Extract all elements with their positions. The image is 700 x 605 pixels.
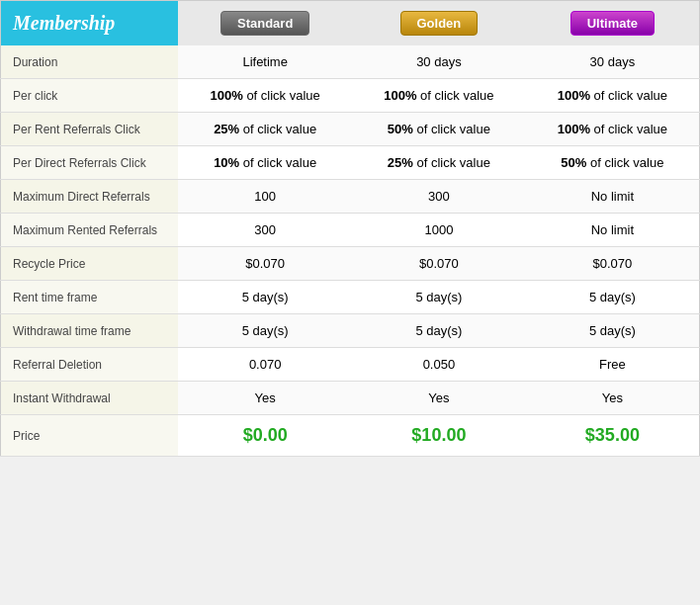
table-row: Per Direct Referrals Click10% of click v…: [1, 146, 700, 180]
golden-value: 0.050: [352, 348, 526, 382]
ultimate-header: Ultimate: [526, 1, 700, 46]
row-label: Maximum Direct Referrals: [1, 180, 179, 214]
table-row: Referral Deletion0.0700.050Free: [1, 348, 700, 382]
standard-value: 25% of click value: [178, 113, 352, 146]
standard-value: 5 day(s): [178, 281, 352, 314]
standard-value: 5 day(s): [178, 314, 352, 348]
row-label: Per Rent Referrals Click: [1, 113, 179, 146]
row-label: Recycle Price: [1, 247, 179, 281]
table-row: Per click100% of click value100% of clic…: [1, 79, 700, 113]
ultimate-value: No limit: [526, 180, 700, 214]
table-row: DurationLifetime30 days30 days: [1, 45, 700, 79]
table-row: Withdrawal time frame5 day(s)5 day(s)5 d…: [1, 314, 700, 348]
ultimate-value: 100% of click value: [526, 79, 700, 113]
table-row: Maximum Direct Referrals100300No limit: [1, 180, 700, 214]
golden-header: Golden: [352, 1, 526, 46]
row-label: Referral Deletion: [1, 348, 179, 382]
ultimate-value: No limit: [526, 214, 700, 247]
golden-value: 25% of click value: [352, 146, 526, 180]
table-row: Maximum Rented Referrals3001000No limit: [1, 214, 700, 247]
row-label: Rent time frame: [1, 281, 179, 314]
golden-badge: Golden: [400, 11, 479, 36]
golden-value: 50% of click value: [352, 113, 526, 146]
row-label: Maximum Rented Referrals: [1, 214, 179, 247]
ultimate-value: $0.070: [526, 247, 700, 281]
table-row: Per Rent Referrals Click25% of click val…: [1, 113, 700, 146]
golden-value: 5 day(s): [352, 281, 526, 314]
ultimate-value: 30 days: [526, 45, 700, 79]
ultimate-value: 50% of click value: [526, 146, 700, 180]
ultimate-price: $35.00: [526, 415, 700, 457]
golden-value: 5 day(s): [352, 314, 526, 348]
title-cell: Membership: [1, 1, 179, 46]
standard-header: Standard: [178, 1, 352, 46]
golden-price: $10.00: [352, 415, 526, 457]
page-title: Membership: [13, 12, 115, 34]
ultimate-value: 5 day(s): [526, 281, 700, 314]
ultimate-value: Free: [526, 348, 700, 382]
golden-value: Yes: [352, 382, 526, 415]
standard-price: $0.00: [178, 415, 352, 457]
golden-value: $0.070: [352, 247, 526, 281]
ultimate-value: 5 day(s): [526, 314, 700, 348]
price-label: Price: [1, 415, 179, 457]
ultimate-badge: Ultimate: [570, 11, 655, 36]
ultimate-value: 100% of click value: [526, 113, 700, 146]
row-label: Per Direct Referrals Click: [1, 146, 179, 180]
table-row: Instant WithdrawalYesYesYes: [1, 382, 700, 415]
standard-value: 10% of click value: [178, 146, 352, 180]
golden-value: 300: [352, 180, 526, 214]
row-label: Instant Withdrawal: [1, 382, 179, 415]
standard-value: Lifetime: [178, 45, 352, 79]
standard-value: 300: [178, 214, 352, 247]
header-row: Membership Standard Golden Ultimate: [1, 1, 700, 46]
price-row: Price$0.00$10.00$35.00: [1, 415, 700, 457]
standard-value: 0.070: [178, 348, 352, 382]
membership-table: Membership Standard Golden Ultimate Dura…: [0, 0, 700, 457]
golden-value: 100% of click value: [352, 79, 526, 113]
row-label: Duration: [1, 45, 179, 79]
ultimate-value: Yes: [526, 382, 700, 415]
row-label: Withdrawal time frame: [1, 314, 179, 348]
golden-value: 1000: [352, 214, 526, 247]
standard-value: 100: [178, 180, 352, 214]
row-label: Per click: [1, 79, 179, 113]
golden-value: 30 days: [352, 45, 526, 79]
standard-value: $0.070: [178, 247, 352, 281]
standard-value: Yes: [178, 382, 352, 415]
standard-value: 100% of click value: [178, 79, 352, 113]
table-row: Recycle Price$0.070$0.070$0.070: [1, 247, 700, 281]
table-row: Rent time frame5 day(s)5 day(s)5 day(s): [1, 281, 700, 314]
standard-badge: Standard: [220, 11, 309, 36]
